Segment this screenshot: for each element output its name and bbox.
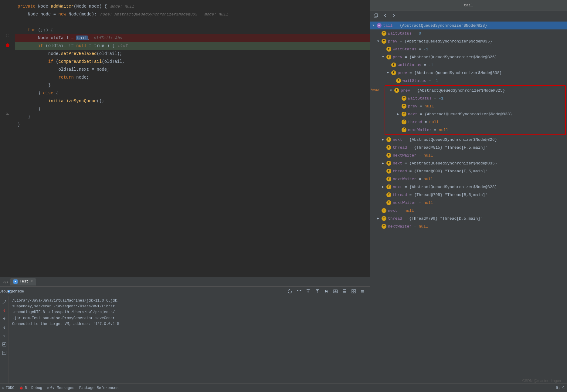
tail-label: tail = {AbstractQueuedSynchronizer$Node@… — [383, 23, 487, 28]
line-col-label: 9: C — [556, 386, 565, 390]
svg-rect-8 — [343, 289, 346, 290]
status-messages[interactable]: ✉ 0: Messages — [47, 386, 74, 390]
tree-item-thread-800[interactable]: f thread = {Thread@800} "Thread[E,5,main… — [370, 167, 567, 175]
edit-btn[interactable] — [1, 299, 8, 305]
tree-item-nextwaiter-null[interactable]: f nextWaiter = null — [385, 126, 565, 134]
gutter-row-2 — [0, 12, 15, 20]
step-into-btn[interactable] — [305, 288, 311, 295]
field-icon-next838: f — [402, 112, 406, 117]
back-btn[interactable] — [382, 12, 388, 19]
code-line-1: private Node addWaiter(Node mode) { mode… — [15, 2, 370, 10]
tree-item-next-838[interactable]: f next = {AbstractQueuedSynchronizer$Nod… — [385, 110, 565, 118]
debugger-panel: tail ∞ tail = {AbstractQueuedSynchronize… — [370, 0, 567, 392]
tree-item-nextwaiter-4[interactable]: f nextWaiter = null — [370, 199, 567, 207]
watermark: CSDN @master-dragon — [522, 379, 561, 383]
tree-item-next-828[interactable]: f next = {AbstractQueuedSynchronizer$Nod… — [370, 183, 567, 191]
messages-label: 0: Messages — [50, 386, 74, 390]
debugger-panel-header: tail — [370, 0, 567, 11]
console-line-1: /Library/Java/JavaVirtualMachines/jdk-11… — [12, 298, 366, 304]
more-btn[interactable] — [341, 288, 348, 295]
tree-item-ws-minus1-b[interactable]: f waitStatus = -1 — [370, 61, 567, 69]
tree-item-ws-minus1-a[interactable]: f waitStatus = -1 — [370, 45, 567, 53]
up-btn[interactable] — [1, 316, 8, 322]
tree-item-nextwaiter-3[interactable]: f nextWaiter = null — [370, 175, 567, 183]
tree-item-nextwaiter-2[interactable]: f nextWaiter = null — [370, 151, 567, 159]
console-tab-btn[interactable]: ▶ Console — [13, 288, 19, 295]
scroll-down-btn[interactable] — [1, 307, 8, 314]
test-tab-close[interactable]: × — [31, 280, 33, 283]
tab-test[interactable]: ■ Test × — [10, 278, 36, 286]
thread-800-label: thread = {Thread@800} "Thread[E,5,main]" — [393, 169, 487, 174]
tree-item-thread-799[interactable]: f thread = {Thread@799} "Thread[D,5,main… — [370, 215, 567, 222]
tree-item-next-835[interactable]: f next = {AbstractQueuedSynchronizer$Nod… — [370, 159, 567, 167]
code-line-8: if (compareAndSetTail(oldTail, — [15, 58, 370, 66]
step-out-btn[interactable] — [314, 288, 321, 295]
gutter-row-1 — [0, 2, 15, 10]
tree-item-nextwaiter-root[interactable]: f nextWaiter = null — [370, 222, 567, 230]
field-icon-ws-825: f — [402, 96, 406, 101]
debug-label: ug: — [2, 280, 8, 284]
tree-item-ws-minus1-c[interactable]: f waitStatus = -1 — [370, 77, 567, 85]
filter-btn[interactable] — [1, 333, 8, 339]
layout-btn[interactable] — [350, 288, 357, 295]
expand-arrow-next828 — [382, 185, 386, 189]
expand-btn[interactable] — [1, 341, 8, 348]
gutter-fold-for[interactable]: - — [0, 32, 15, 39]
status-debug[interactable]: 🐞 5: Debug — [19, 386, 42, 390]
down-btn[interactable] — [1, 324, 8, 331]
test-tab-label: Test — [20, 279, 29, 284]
tree-item-prev-835[interactable]: f prev = {AbstractQueuedSynchronizer$Nod… — [370, 37, 567, 45]
settings-btn[interactable] — [359, 288, 366, 295]
field-icon-prev825: f — [394, 88, 399, 93]
gutter-row-8 — [0, 70, 15, 78]
gutter-breakpoint-row[interactable] — [0, 41, 15, 49]
debugger-panel-toolbar — [370, 11, 567, 20]
gutter-fold-else[interactable]: - — [0, 109, 15, 117]
editor-area: - - — [0, 0, 370, 277]
field-icon-prev826: f — [386, 55, 391, 59]
debugger-variable-tree: ∞ tail = {AbstractQueuedSynchronizer$Nod… — [370, 20, 567, 392]
tree-item-thread-815[interactable]: f thread = {Thread@815} "Thread[F,5,main… — [370, 144, 567, 151]
code-line-15: } — [15, 113, 370, 121]
gutter-row-6 — [0, 51, 15, 59]
next-828-label: next = {AbstractQueuedSynchronizer$Node@… — [393, 185, 497, 189]
copy-watches-btn[interactable] — [372, 12, 379, 19]
ws-c-label: waitStatus = -1 — [402, 79, 438, 83]
tree-item-thread-null[interactable]: f thread = null — [385, 118, 565, 126]
rerun-btn[interactable] — [287, 288, 293, 295]
todo-icon: ☑ — [2, 386, 5, 390]
messages-icon: ✉ — [47, 386, 49, 390]
gutter-row-9 — [0, 80, 15, 88]
tree-item-prev-838[interactable]: f prev = {AbstractQueuedSynchronizer$Nod… — [370, 69, 567, 77]
debug-panel: ug: ■ Test × Debugger ▶ Console — [0, 277, 370, 392]
tree-item-prev-null[interactable]: f prev = null — [385, 102, 565, 110]
tree-item-ws-825-1[interactable]: f waitStatus = -1 — [385, 94, 565, 102]
run-to-cursor-btn[interactable] — [323, 288, 330, 295]
watermark-text: CSDN @master-dragon — [522, 379, 561, 383]
tree-item-prev-825[interactable]: f prev = {AbstractQueuedSynchronizer$Nod… — [385, 86, 565, 94]
forward-btn[interactable] — [391, 12, 397, 19]
expand-arrow-prev838 — [387, 71, 391, 75]
tree-item-next-null[interactable]: f next = null — [370, 207, 567, 215]
tree-item-prev-826[interactable]: f prev = {AbstractQueuedSynchronizer$Nod… — [370, 53, 567, 61]
ws-a-label: waitStatus = -1 — [393, 47, 428, 52]
debug-status-icon: 🐞 — [19, 386, 23, 390]
tree-item-next-826[interactable]: f next = {AbstractQueuedSynchronizer$Nod… — [370, 136, 567, 144]
step-over-btn[interactable] — [296, 288, 302, 295]
tree-item-tail-root[interactable]: ∞ tail = {AbstractQueuedSynchronizer$Nod… — [370, 22, 567, 29]
evaluate-btn[interactable] — [332, 288, 339, 295]
ws-b-label: waitStatus = -1 — [398, 63, 433, 67]
status-todo[interactable]: ☑ TODO — [2, 386, 14, 390]
thread-799-label: thread = {Thread@799} "Thread[D,5,main]" — [388, 216, 483, 221]
waitstatus-0-label: waitStatus = 0 — [388, 31, 421, 36]
thread-null-label: thread = null — [408, 120, 439, 124]
status-bar: ☑ TODO 🐞 5: Debug ✉ 0: Messages Package … — [0, 384, 567, 392]
side-action-buttons — [0, 296, 8, 392]
status-package-refs[interactable]: Package References — [79, 386, 119, 390]
expand-arrow-prev835 — [377, 40, 382, 43]
tree-item-thread-795[interactable]: f thread = {Thread@795} "Thread[B,5,main… — [370, 191, 567, 199]
tree-item-waitstatus-0[interactable]: f waitStatus = 0 — [370, 29, 567, 37]
next-826-label: next = {AbstractQueuedSynchronizer$Node@… — [393, 137, 497, 142]
collapse-btn[interactable] — [1, 350, 8, 356]
console-label: Console — [11, 289, 24, 293]
